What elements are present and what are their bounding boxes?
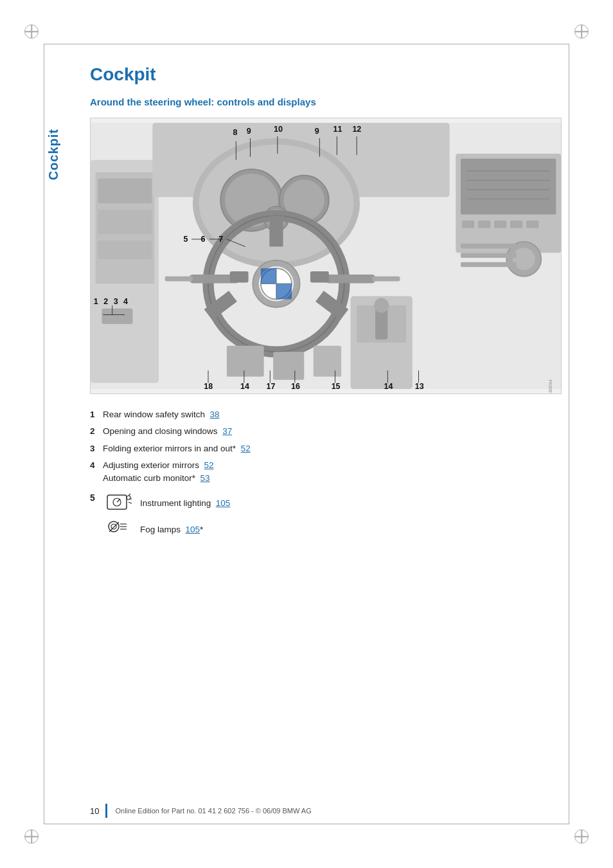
reg-mark-br [574,829,589,844]
svg-rect-40 [462,221,474,228]
border-top [44,44,569,44]
svg-text:15: 15 [332,382,341,391]
svg-rect-3 [98,179,152,204]
svg-text:9: 9 [247,127,251,136]
svg-text:3: 3 [114,297,118,306]
svg-rect-42 [494,221,506,228]
fog-lamps-text: Fog lamps [140,525,181,534]
svg-rect-43 [510,221,522,228]
list-item: 3 Folding exterior mirrors in and out* 5… [90,442,562,455]
svg-text:12: 12 [352,125,361,134]
page-title: Cockpit [90,64,562,85]
item-text-4: Adjusting exterior mirrors 52 Automatic … [103,459,562,485]
svg-rect-50 [227,346,264,377]
item5-instrument-row: Instrument lighting 105 [103,493,230,514]
svg-rect-33 [310,271,329,282]
svg-line-101 [129,502,132,503]
svg-text:2: 2 [103,297,108,306]
svg-rect-44 [526,221,538,228]
list-item: 4 Adjusting exterior mirrors 52 Automati… [90,459,562,485]
svg-rect-49 [461,262,517,267]
instrument-lighting-icon [103,493,135,514]
svg-text:7: 7 [218,235,223,244]
fog-lamp-icon [103,519,135,540]
svg-rect-4 [98,210,152,235]
item-text-2: Opening and closing windows 37 [103,425,562,438]
item-5-block: 5 [90,493,562,545]
svg-rect-47 [461,244,517,249]
svg-text:14: 14 [384,382,393,391]
item5-fog-row: Fog lamps 105* [103,519,230,540]
svg-point-102 [127,496,130,500]
svg-text:8: 8 [233,128,238,137]
item-number-2: 2 [90,425,103,438]
main-content: Cockpit Around the steering wheel: contr… [90,64,562,549]
svg-rect-27 [276,284,292,299]
instrument-lighting-page: 105 [216,498,231,508]
footer-bar [105,804,107,818]
items-list: 1 Rear window safety switch 38 2 Opening… [90,408,562,485]
reg-mark-tr [574,24,589,39]
svg-text:14: 14 [240,382,249,391]
fog-lamps-page: 105 [186,525,200,534]
svg-rect-30 [326,275,375,283]
border-right [569,44,569,824]
item-number-5: 5 [90,493,103,503]
svg-point-46 [513,248,535,270]
item-text-1: Rear window safety switch 38 [103,408,562,421]
svg-rect-35 [461,159,556,215]
item-text-3: Folding exterior mirrors in and out* 52 [103,442,562,455]
page-number: 10 [90,806,99,816]
footer: 10 Online Edition for Part no. 01 41 2 6… [90,804,562,818]
svg-text:16: 16 [291,382,300,391]
svg-text:5: 5 [183,235,188,244]
svg-text:9: 9 [315,127,319,136]
sidebar-cockpit-label: Cockpit [46,129,61,180]
svg-text:18: 18 [204,382,213,391]
cockpit-diagram: 8 9 10 9 11 12 5 6 7 1 2 3 4 [90,118,562,394]
svg-text:17: 17 [267,382,276,391]
svg-text:4: 4 [123,297,128,306]
instrument-lighting-text: Instrument lighting [140,498,211,508]
border-left [44,44,44,824]
svg-rect-52 [314,346,341,377]
svg-rect-48 [461,253,517,258]
svg-rect-29 [165,276,193,282]
svg-line-98 [117,499,120,502]
svg-rect-6 [102,309,132,324]
svg-rect-5 [98,240,152,259]
svg-point-104 [111,524,116,529]
list-item: 2 Opening and closing windows 37 [90,425,562,438]
svg-point-103 [109,521,119,532]
svg-text:13: 13 [415,382,424,391]
reg-mark-bl [24,829,39,844]
svg-text:10: 10 [274,125,283,134]
footer-text: Online Edition for Part no. 01 41 2 602 … [115,807,311,815]
item-number-4: 4 [90,459,103,472]
svg-rect-26 [261,268,276,284]
svg-point-56 [374,298,389,312]
item-number-1: 1 [90,408,103,421]
svg-rect-31 [372,276,400,282]
border-bottom [44,824,569,824]
svg-rect-41 [478,221,490,228]
list-item: 1 Rear window safety switch 38 [90,408,562,421]
svg-text:1: 1 [94,297,98,306]
reg-mark-tl [24,24,39,39]
svg-text:6: 6 [200,235,205,244]
svg-rect-32 [230,271,249,282]
svg-rect-51 [273,352,304,379]
svg-text:11: 11 [333,125,342,134]
item-number-3: 3 [90,442,103,455]
svg-text:FK0067501US: FK0067501US [548,380,553,393]
section-subtitle: Around the steering wheel: controls and … [90,96,562,107]
